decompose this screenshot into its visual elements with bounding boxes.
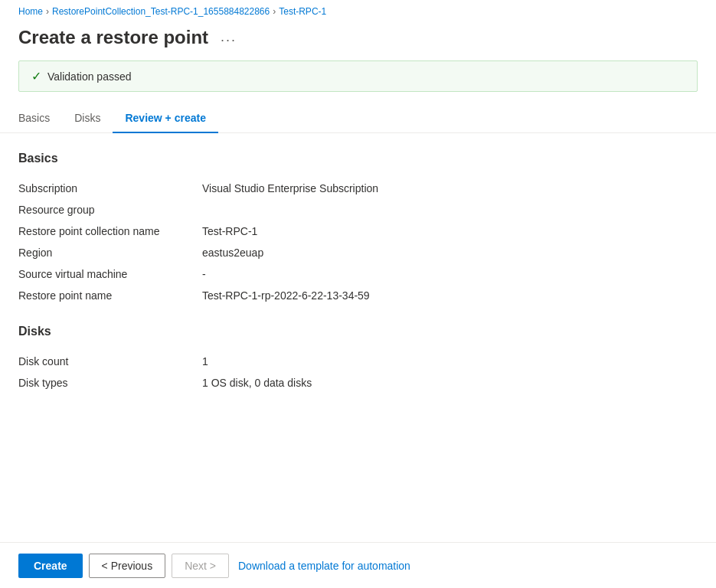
value-restore-point-name: Test-RPC-1-rp-2022-6-22-13-34-59 [202,289,698,302]
table-row: Resource group [18,199,698,220]
value-disk-types: 1 OS disk, 0 data disks [202,377,698,389]
basics-section-title: Basics [18,152,698,165]
label-region: Region [18,247,202,259]
label-subscription: Subscription [18,182,202,194]
breadcrumb: Home › RestorePointCollection_Test-RPC-1… [0,0,716,23]
table-row: Restore point collection name Test-RPC-1 [18,220,698,242]
table-row: Source virtual machine - [18,263,698,285]
validation-text: Validation passed [47,70,131,83]
label-collection-name: Restore point collection name [18,225,202,237]
previous-button[interactable]: < Previous [89,554,166,578]
breadcrumb-sep-2: › [273,6,276,17]
check-icon: ✓ [31,69,41,83]
value-subscription: Visual Studio Enterprise Subscription [202,182,698,194]
tab-bar: Basics Disks Review + create [0,104,716,133]
basics-table: Subscription Visual Studio Enterprise Su… [18,178,698,306]
disks-section-title: Disks [18,325,698,338]
breadcrumb-rpc[interactable]: Test-RPC-1 [279,6,326,17]
tab-basics[interactable]: Basics [18,104,62,133]
value-region: eastus2euap [202,247,698,259]
label-resource-group: Resource group [18,204,202,216]
main-content: Basics Subscription Visual Studio Enterp… [0,133,716,430]
value-source-vm: - [202,268,698,280]
next-button[interactable]: Next > [172,554,229,578]
label-disk-types: Disk types [18,377,202,389]
ellipsis-button[interactable]: ... [217,26,240,48]
page-header: Create a restore point ... [0,23,716,60]
create-button[interactable]: Create [18,554,83,578]
tab-review[interactable]: Review + create [113,104,217,133]
table-row: Subscription Visual Studio Enterprise Su… [18,178,698,199]
value-disk-count: 1 [202,355,698,368]
label-restore-point-name: Restore point name [18,289,202,302]
breadcrumb-sep-1: › [46,6,49,17]
download-template-link[interactable]: Download a template for automation [235,557,414,575]
validation-banner: ✓ Validation passed [18,60,698,92]
label-disk-count: Disk count [18,355,202,368]
page-title: Create a restore point [18,27,208,48]
table-row: Restore point name Test-RPC-1-rp-2022-6-… [18,285,698,306]
breadcrumb-home[interactable]: Home [18,6,43,17]
table-row: Disk types 1 OS disk, 0 data disks [18,372,698,394]
disks-table: Disk count 1 Disk types 1 OS disk, 0 dat… [18,351,698,394]
breadcrumb-collection[interactable]: RestorePointCollection_Test-RPC-1_165588… [52,6,270,17]
table-row: Region eastus2euap [18,242,698,263]
table-row: Disk count 1 [18,351,698,372]
tab-disks[interactable]: Disks [62,104,113,133]
footer: Create < Previous Next > Download a temp… [0,542,716,588]
value-collection-name: Test-RPC-1 [202,225,698,237]
label-source-vm: Source virtual machine [18,268,202,280]
